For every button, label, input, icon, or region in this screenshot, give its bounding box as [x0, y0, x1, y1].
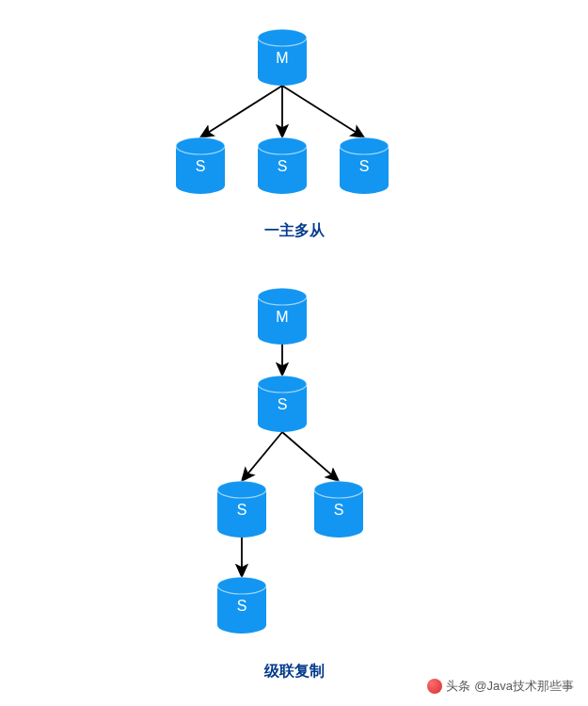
d1-node-s3: S	[340, 137, 389, 194]
svg-point-17	[258, 376, 307, 393]
d2-edge-1	[242, 432, 282, 481]
d1-node-s3-label: S	[359, 158, 370, 174]
d1-node-m1-label: M	[276, 50, 288, 66]
d2-node-s23: S	[314, 481, 363, 538]
svg-point-1	[258, 69, 307, 86]
diagram-root: MSSSMSSSS 一主多从 级联复制 头条 @Java技术那些事	[0, 0, 588, 706]
d1-node-s1: S	[176, 137, 225, 194]
d2-node-s24-label: S	[237, 598, 247, 614]
d2-node-m2: M	[258, 288, 307, 345]
d2-node-s21-label: S	[278, 396, 288, 412]
d2-edge-2	[282, 432, 339, 481]
svg-point-13	[258, 328, 307, 345]
svg-point-16	[258, 415, 307, 432]
watermark: 头条 @Java技术那些事	[427, 678, 574, 695]
svg-point-5	[176, 137, 225, 154]
d2-node-s21: S	[258, 376, 307, 432]
d1-edge-0	[200, 86, 282, 137]
watermark-handle: @Java技术那些事	[474, 678, 574, 695]
svg-point-20	[217, 481, 266, 498]
svg-point-14	[258, 288, 307, 305]
d2-node-s23-label: S	[334, 502, 344, 518]
d1-edge-2	[282, 86, 364, 137]
svg-point-4	[176, 177, 225, 194]
svg-point-10	[340, 177, 389, 194]
svg-point-22	[314, 521, 363, 538]
svg-point-23	[314, 481, 363, 498]
svg-point-19	[217, 521, 266, 538]
d1-node-s2: S	[258, 137, 307, 194]
svg-point-8	[258, 137, 307, 154]
d2-node-s22-label: S	[237, 502, 247, 518]
caption-diagram1: 一主多从	[0, 221, 588, 241]
svg-point-2	[258, 29, 307, 46]
d1-node-s1-label: S	[196, 158, 206, 174]
d2-node-s24: S	[217, 577, 266, 634]
d1-node-m1: M	[258, 29, 307, 86]
watermark-icon	[427, 679, 442, 694]
svg-point-7	[258, 177, 307, 194]
d1-node-s2-label: S	[278, 158, 288, 174]
svg-point-25	[217, 617, 266, 634]
svg-point-26	[217, 577, 266, 594]
d2-node-m2-label: M	[276, 309, 288, 325]
diagram-svg: MSSSMSSSS	[0, 0, 588, 706]
watermark-prefix: 头条	[446, 678, 470, 695]
svg-point-11	[340, 137, 389, 154]
d2-node-s22: S	[217, 481, 266, 538]
